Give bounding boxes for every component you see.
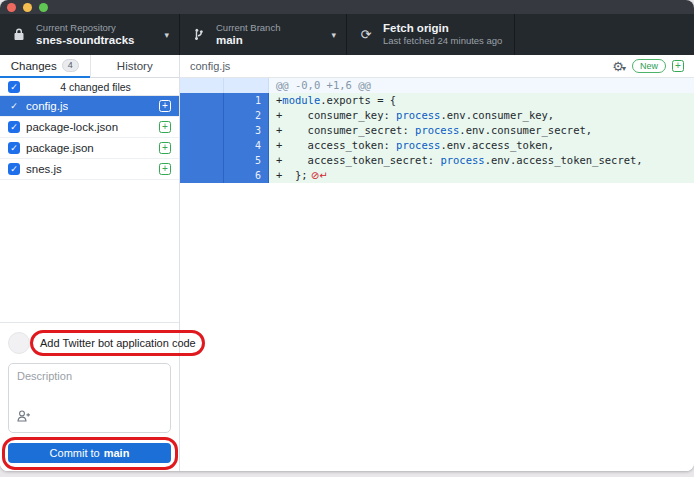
branch-name: main [216,34,327,47]
new-file-badge: New [632,59,666,73]
diff-file-name: config.js [190,60,230,72]
diff-line-3[interactable]: 3+ consumer_secret: process.env.consumer… [180,123,694,138]
file-name: config.js [26,100,68,112]
commit-to-main-button[interactable]: Commit tomain [8,443,171,463]
diff-line-code: + access_token: process.env.access_token… [269,138,694,153]
app-window: Current Repository snes-soundtracks ▾ Cu… [0,0,694,471]
expand-diff-icon[interactable]: + [672,60,684,72]
repository-label: Current Repository [36,22,160,34]
tab-changes[interactable]: Changes 4 [0,55,90,78]
chevron-down-icon: ▾ [331,30,336,40]
file-name: package.json [26,142,94,154]
tab-history-label: History [117,60,153,72]
diff-line-code: +module.exports = { [269,93,694,108]
toolbar: Current Repository snes-soundtracks ▾ Cu… [0,14,694,55]
old-line-number [180,138,224,153]
changes-history-tabs: Changes 4 History [0,55,179,78]
repository-name: snes-soundtracks [36,34,160,47]
avatar [8,332,30,354]
file-checkbox[interactable]: ✓ [8,100,20,112]
file-row-package-lock.json[interactable]: ✓package-lock.json+ [0,117,179,138]
diff-line-2[interactable]: 2+ consumer_key: process.env.consumer_ke… [180,108,694,123]
diff-view: @@ -0,0 +1,6 @@ 1+module.exports = {2+ c… [180,78,694,183]
description-placeholder: Description [17,370,162,382]
add-coauthor-icon[interactable] [17,408,31,426]
old-line-number [180,168,224,183]
chevron-down-icon: ▾ [622,64,626,73]
traffic-lights [7,3,48,12]
hunk-header-row: @@ -0,0 +1,6 @@ [180,78,694,93]
changes-count-badge: 4 [62,59,79,72]
diff-line-1[interactable]: 1+module.exports = { [180,93,694,108]
file-checkbox[interactable]: ✓ [8,142,20,154]
added-status-icon: + [159,121,171,133]
new-line-number: 5 [224,153,269,168]
diff-line-code: + }; ⊘↵ [269,168,694,183]
current-repository-text: Current Repository snes-soundtracks [36,22,160,47]
new-line-number: 4 [224,138,269,153]
tab-changes-label: Changes [11,60,57,72]
commit-description-input[interactable]: Description [8,363,171,433]
fetch-label: Fetch origin [383,22,504,35]
new-line-number: 2 [224,108,269,123]
old-line-number [180,123,224,138]
current-repository-button[interactable]: Current Repository snes-soundtracks ▾ [0,14,180,55]
file-name: snes.js [26,163,62,175]
old-line-number [180,108,224,123]
old-line-number [180,153,224,168]
diff-line-code: + consumer_secret: process.env.consumer_… [269,123,694,138]
diff-line-6[interactable]: 6+ }; ⊘↵ [180,168,694,183]
fetch-origin-button[interactable]: ⟳ Fetch origin Last fetched 24 minutes a… [347,14,515,55]
added-status-icon: + [159,100,171,112]
file-name: package-lock.json [26,121,118,133]
select-all-checkbox[interactable]: ✓ [8,81,20,93]
diff-line-4[interactable]: 4+ access_token: process.env.access_toke… [180,138,694,153]
zoom-window-button[interactable] [39,3,48,12]
file-checkbox[interactable]: ✓ [8,121,20,133]
file-checkbox[interactable]: ✓ [8,163,20,175]
diff-line-5[interactable]: 5+ access_token_secret: process.env.acce… [180,153,694,168]
diff-line-code: + consumer_key: process.env.consumer_key… [269,108,694,123]
changed-files-header: ✓ 4 changed files [0,78,179,96]
chevron-down-icon: ▾ [164,30,169,40]
diff-header: config.js ⚙▾ New + [180,55,694,78]
changed-file-list: ✓config.js+✓package-lock.json+✓package.j… [0,96,179,180]
branch-icon [190,28,208,41]
sidebar-empty-area [0,180,179,322]
new-line-number: 3 [224,123,269,138]
added-status-icon: + [159,163,171,175]
diff-line-code: + access_token_secret: process.env.acces… [269,153,694,168]
new-line-number: 6 [224,168,269,183]
commit-form: Add Twitter bot application code Descrip… [0,322,179,471]
lock-icon [10,28,28,41]
hunk-header-text: @@ -0,0 +1,6 @@ [269,78,694,93]
diff-options-button[interactable]: ⚙▾ [612,57,626,75]
fetch-sublabel: Last fetched 24 minutes ago [383,35,504,47]
sidebar: Changes 4 History ✓ 4 changed files ✓con… [0,55,180,471]
titlebar [0,0,694,14]
close-window-button[interactable] [7,3,16,12]
added-status-icon: + [159,142,171,154]
file-row-config.js[interactable]: ✓config.js+ [0,96,179,117]
new-line-number: 1 [224,93,269,108]
diff-panel: config.js ⚙▾ New + @@ -0,0 +1,6 @@ 1+m [180,55,694,471]
current-branch-text: Current Branch main [216,22,327,47]
tab-history[interactable]: History [90,55,180,78]
fetch-text: Fetch origin Last fetched 24 minutes ago [383,22,504,47]
current-branch-button[interactable]: Current Branch main ▾ [180,14,347,55]
old-line-number [180,93,224,108]
sync-icon: ⟳ [357,27,375,42]
file-row-snes.js[interactable]: ✓snes.js+ [0,159,179,180]
commit-summary-input[interactable]: Add Twitter bot application code [36,334,196,352]
minimize-window-button[interactable] [23,3,32,12]
branch-label: Current Branch [216,22,327,34]
file-row-package.json[interactable]: ✓package.json+ [0,138,179,159]
changed-files-count: 4 changed files [20,81,171,93]
